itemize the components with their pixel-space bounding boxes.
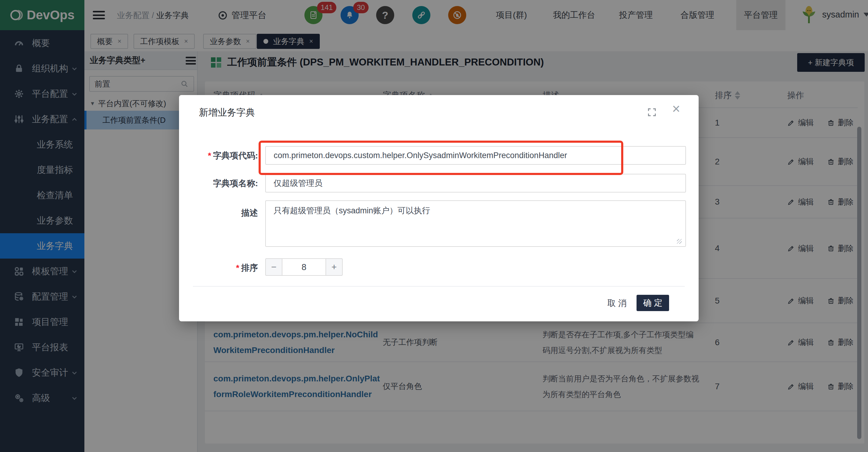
cancel-button[interactable]: 取 消 [600,295,633,311]
field-label-desc: 描述 [179,207,258,219]
modal-footer-divider [193,286,685,287]
field-label-code: *字典项代码: [179,150,258,162]
close-icon[interactable]: × [672,102,680,116]
order-value[interactable]: 8 [282,258,326,276]
field-label-name: 字典项名称: [179,178,258,189]
resize-handle-icon[interactable] [677,239,682,244]
stepper-plus-button[interactable]: + [326,258,343,276]
app-root: DevOps 业务配置 / 业务字典 管理平台 141 30 ? 项目(群) 我… [0,0,868,452]
required-mark: * [236,263,239,273]
stepper-minus-button[interactable]: − [265,258,282,276]
add-dictionary-modal: 新增业务字典 × *字典项代码: 字典项名称: 描述 只有超级管理员（sysad… [179,95,699,321]
dict-name-input[interactable] [265,174,686,193]
field-label-order: *排序 [179,262,258,274]
fullscreen-icon[interactable] [647,107,657,117]
dict-desc-textarea[interactable]: 只有超级管理员（sysadmin账户）可以执行 [265,200,686,247]
modal-title: 新增业务字典 [199,106,255,119]
confirm-button[interactable]: 确 定 [637,295,669,311]
dict-code-input[interactable] [265,146,686,165]
required-mark: * [208,151,211,160]
